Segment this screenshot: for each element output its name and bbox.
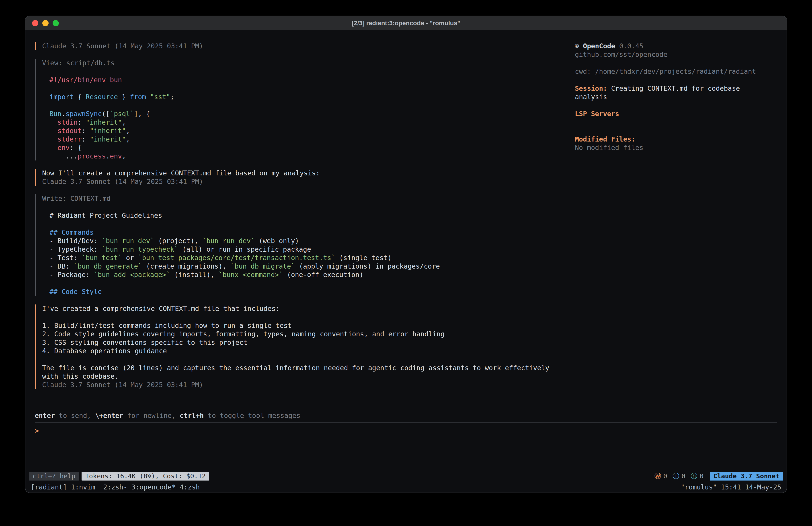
text-segment: env	[49, 144, 70, 152]
text-segment: ctrl+h	[179, 412, 204, 420]
text-line	[49, 203, 575, 211]
text-line	[575, 76, 775, 84]
zoom-button[interactable]	[53, 20, 59, 26]
text-segment: enter	[35, 412, 55, 420]
text-segment: {	[74, 93, 86, 101]
text-segment: ## Code Style	[49, 288, 102, 296]
text-segment: Creating CONTEXT.md for codebase	[607, 84, 740, 92]
text-segment: - Test:	[49, 254, 82, 262]
diagnostic-count: 0	[663, 472, 667, 480]
text-segment: View: script/db.ts	[42, 59, 115, 67]
text-line: stderr: "inherit",	[49, 135, 575, 144]
text-segment: `bun add <package>`	[94, 271, 170, 279]
chat-log: Claude 3.7 Sonnet (14 May 2025 03:41 PM)…	[25, 42, 575, 411]
text-segment: (all) or run in specific package	[178, 245, 311, 253]
close-button[interactable]	[32, 20, 38, 26]
text-line: The file is concise (20 lines) and captu…	[42, 364, 575, 372]
warnings-icon: Ⓦ	[654, 472, 661, 481]
text-line: cwd: /home/thdxr/dev/projects/radiant/ra…	[575, 67, 775, 76]
text-line: # Radiant Project Guidelines	[49, 211, 575, 220]
text-line	[575, 59, 775, 67]
text-line	[575, 101, 775, 110]
text-segment: `bun db generate`	[74, 262, 142, 270]
text-line: Claude 3.7 Sonnet (14 May 2025 03:41 PM)	[42, 381, 575, 389]
text-line	[49, 220, 575, 228]
text-line	[575, 118, 775, 127]
text-segment: "inherit"	[90, 127, 126, 134]
text-segment: LSP Servers	[575, 110, 619, 118]
text-segment	[146, 93, 150, 101]
text-segment: `psql`	[110, 110, 134, 118]
text-line: ## Code Style	[49, 287, 575, 296]
input-area: enter to send, \+enter for newline, ctrl…	[25, 411, 787, 471]
text-segment: `bunx <command>`	[219, 271, 283, 279]
text-line: ...process.env,	[49, 152, 575, 160]
tool-output: # Radiant Project Guidelines ## Commands…	[42, 203, 575, 296]
text-segment: No modified files	[575, 144, 643, 152]
text-segment: (one-off execution)	[283, 271, 363, 279]
text-segment: - Build/Dev:	[49, 237, 102, 245]
prompt-input[interactable]: >	[35, 427, 777, 435]
text-line: - Test: `bun test` or `bun test packages…	[49, 254, 575, 262]
sidebar-info: © OpenCode 0.0.45github.com/sst/opencode…	[575, 42, 787, 411]
text-segment: `bun run dev`	[202, 237, 255, 245]
text-line: Claude 3.7 Sonnet (14 May 2025 03:41 PM)	[42, 177, 575, 186]
text-segment: (single test)	[335, 254, 392, 262]
text-segment: Now I'll create a comprehensive CONTEXT.…	[42, 169, 320, 177]
text-segment: 3. CSS styling conventions specific to t…	[42, 339, 247, 346]
minimize-button[interactable]	[42, 20, 48, 26]
titlebar[interactable]: [2/3] radiant:3:opencode - "romulus"	[25, 16, 787, 30]
text-line	[49, 279, 575, 287]
text-segment: import	[49, 93, 74, 101]
text-line: Claude 3.7 Sonnet (14 May 2025 03:41 PM)	[42, 42, 575, 51]
text-line: 2. Code style guidelines covering import…	[42, 330, 575, 338]
text-segment: Claude 3.7 Sonnet (14 May 2025 03:41 PM)	[42, 42, 203, 50]
diagnostics: Ⓦ0ⓘ0ⓗ0	[654, 472, 704, 481]
text-segment: "inherit"	[86, 118, 122, 126]
text-segment: 4. Database operations guidance	[42, 347, 167, 355]
text-segment: `bun test`	[82, 254, 122, 262]
text-segment: ,	[126, 135, 130, 143]
tokens-cost-badge: Tokens: 16.4K (8%), Cost: $0.12	[82, 472, 209, 481]
text-segment: Resource	[86, 93, 118, 101]
terminal-window: [2/3] radiant:3:opencode - "romulus" Cla…	[25, 16, 787, 493]
text-segment: :	[82, 135, 90, 143]
text-line: - Build/Dev: `bun run dev` (project), `b…	[49, 237, 575, 245]
text-segment: ,	[126, 127, 130, 134]
text-line: I've created a comprehensive CONTEXT.md …	[42, 304, 575, 313]
text-line: Write: CONTEXT.md	[42, 194, 575, 203]
text-segment: from	[130, 93, 146, 101]
text-line: Now I'll create a comprehensive CONTEXT.…	[42, 169, 575, 177]
text-line: © OpenCode 0.0.45	[575, 42, 775, 51]
text-line: No modified files	[575, 144, 775, 152]
text-line	[49, 101, 575, 110]
text-segment: (web only)	[255, 237, 299, 245]
text-segment: `bun run dev`	[102, 237, 154, 245]
text-segment: 0.0.45	[615, 42, 643, 50]
text-segment: - Package:	[49, 271, 94, 279]
text-segment: : {	[70, 144, 82, 152]
diagnostic-info: ⓘ0	[672, 472, 685, 481]
hints-icon: ⓗ	[691, 472, 697, 481]
input-divider	[35, 422, 777, 423]
text-segment: (apply migrations) in packages/core	[295, 262, 440, 270]
tmux-session-windows: [radiant] 1:nvim 2:zsh- 3:opencode* 4:zs…	[31, 483, 200, 491]
text-segment: 1. Build/lint/test commands including ho…	[42, 322, 292, 329]
text-segment: analysis	[575, 93, 607, 101]
text-segment: }	[118, 93, 130, 101]
text-line	[42, 313, 575, 322]
message-block: I've created a comprehensive CONTEXT.md …	[35, 304, 575, 389]
text-segment: process	[77, 152, 106, 160]
tool-output: #!/usr/bin/env bun import { Resource } f…	[42, 67, 575, 160]
tool-block: Write: CONTEXT.md # Radiant Project Guid…	[35, 194, 575, 296]
text-segment: The file is concise (20 lines) and captu…	[42, 364, 549, 372]
text-segment: 2. Code style guidelines covering import…	[42, 330, 445, 338]
text-segment: ,	[122, 118, 126, 126]
text-line: analysis	[575, 93, 775, 101]
model-badge[interactable]: Claude 3.7 Sonnet	[710, 472, 783, 481]
text-segment: or	[122, 254, 138, 262]
text-line: ## Commands	[49, 228, 575, 237]
text-segment: for newline,	[123, 412, 179, 420]
text-segment: ©	[575, 42, 583, 50]
help-badge[interactable]: ctrl+? help	[29, 472, 79, 481]
